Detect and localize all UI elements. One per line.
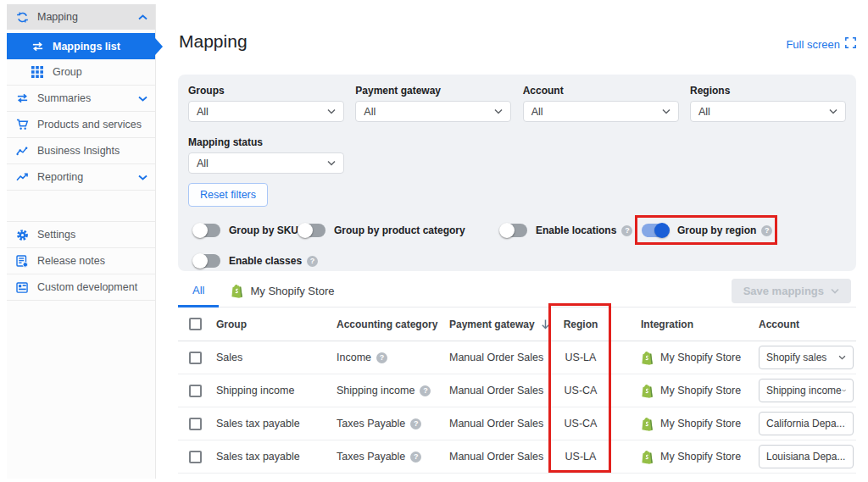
toggle-switch[interactable] <box>193 254 220 268</box>
cell-integration: My Shopify Store <box>660 352 741 363</box>
help-icon[interactable]: ? <box>761 225 772 236</box>
toggle-switch[interactable] <box>642 224 669 237</box>
mapping-status-filter-value: All <box>197 158 209 169</box>
save-mappings-button[interactable]: Save mappings <box>732 279 851 303</box>
cart-icon <box>15 118 29 131</box>
trend-line-icon <box>15 170 29 184</box>
cell-integration: My Shopify Store <box>660 451 741 463</box>
chevron-down-icon <box>327 160 336 166</box>
sidebar-item-label: Release notes <box>37 255 148 267</box>
cell-group: Sales tax payable <box>212 418 326 429</box>
swap-arrows-icon <box>15 91 29 105</box>
sidebar-item-products-and-services[interactable]: Products and services <box>7 112 155 138</box>
toggle-switch[interactable] <box>298 224 326 237</box>
fullscreen-icon <box>845 37 856 51</box>
insights-chart-icon <box>15 144 29 158</box>
cell-accounting-category: Taxes Payable <box>337 451 405 463</box>
regions-filter-select[interactable]: All <box>690 101 846 122</box>
chevron-down-icon <box>327 108 336 114</box>
sidebar-item-reporting[interactable]: Reporting <box>7 164 155 191</box>
row-checkbox[interactable] <box>189 385 202 397</box>
app-window: Mapping Mappings list Gr <box>0 0 868 482</box>
toggle-group-by-sku: Group by SKU <box>193 224 298 237</box>
column-header-region[interactable]: Region <box>551 319 610 330</box>
account-filter-select[interactable]: All <box>523 101 679 122</box>
column-header-payment-gateway[interactable]: Payment gateway <box>441 319 551 330</box>
chevron-down-icon <box>831 288 839 294</box>
payment-gateway-filter-label: Payment gateway <box>355 85 511 97</box>
account-select[interactable]: Shipping income <box>759 379 854 402</box>
fullscreen-button[interactable]: Full screen <box>786 37 856 51</box>
layout-window-icon <box>15 280 29 294</box>
toggle-label: Group by SKU <box>229 224 298 236</box>
chevron-down-icon <box>494 108 503 114</box>
sidebar-item-group[interactable]: Group <box>7 59 155 86</box>
groups-filter-select[interactable]: All <box>188 101 344 122</box>
toggle-switch[interactable] <box>500 224 527 237</box>
cell-accounting-category: Shipping income <box>337 385 415 396</box>
mappings-table: All My Shopify Store Save mappings Group… <box>178 275 856 474</box>
help-icon[interactable]: ? <box>307 256 318 267</box>
groups-filter-value: All <box>197 106 209 118</box>
chevron-down-icon <box>829 108 837 114</box>
table-tabs: All My Shopify Store Save mappings <box>178 275 856 307</box>
cell-region: US-CA <box>551 385 610 396</box>
column-header-integration[interactable]: Integration <box>610 319 746 330</box>
column-header-account[interactable]: Account <box>746 319 856 330</box>
cell-payment-gateway: Manual Order Sales <box>441 418 551 429</box>
row-checkbox[interactable] <box>189 418 202 430</box>
cell-group: Sales <box>212 352 326 363</box>
toggle-group-by-region: Group by region ? <box>642 224 772 237</box>
chevron-down-icon <box>845 454 846 459</box>
sidebar-item-mappings-list[interactable]: Mappings list <box>7 33 155 59</box>
column-header-accounting-category[interactable]: Accounting category <box>326 319 441 330</box>
document-icon <box>15 254 29 268</box>
sort-desc-icon <box>540 319 551 330</box>
cell-region: US-CA <box>551 418 610 429</box>
row-checkbox[interactable] <box>189 352 202 364</box>
account-filter-value: All <box>531 106 543 118</box>
account-select[interactable]: California Depa... <box>759 412 854 435</box>
cell-region: US-LA <box>551 451 610 463</box>
sidebar-item-label: Reporting <box>37 171 130 183</box>
payment-gateway-filter-select[interactable]: All <box>355 101 511 122</box>
sidebar-item-mapping[interactable]: Mapping <box>7 4 155 30</box>
sidebar-item-summaries[interactable]: Summaries <box>7 86 155 112</box>
sidebar-item-label: Mappings list <box>53 41 148 53</box>
shopify-icon <box>231 284 243 298</box>
help-icon[interactable]: ? <box>621 225 632 236</box>
toggle-switch[interactable] <box>193 224 220 237</box>
account-select[interactable]: Louisiana Depa... <box>759 445 854 468</box>
sidebar-item-custom-development[interactable]: Custom development <box>7 274 155 301</box>
help-icon[interactable]: ? <box>410 452 421 463</box>
chevron-up-icon <box>138 12 148 22</box>
account-select[interactable]: Shopify sales <box>759 346 854 369</box>
cell-payment-gateway: Manual Order Sales <box>441 385 551 396</box>
toggle-group-by-product-category: Group by product category <box>298 224 500 237</box>
chevron-down-icon <box>138 93 148 103</box>
row-checkbox[interactable] <box>189 451 202 463</box>
sidebar-item-business-insights[interactable]: Business Insights <box>7 138 155 164</box>
sidebar-spacer <box>7 191 155 222</box>
shopify-icon <box>641 450 654 464</box>
help-icon[interactable]: ? <box>410 418 421 429</box>
help-icon[interactable]: ? <box>376 352 387 363</box>
reset-filters-button[interactable]: Reset filters <box>188 183 268 207</box>
sidebar-item-settings[interactable]: Settings <box>7 222 155 248</box>
regions-filter-value: All <box>698 106 710 118</box>
mapping-status-filter-select[interactable]: All <box>188 152 344 174</box>
column-header-label: Payment gateway <box>449 319 535 330</box>
tab-all[interactable]: All <box>178 275 219 307</box>
cell-integration: My Shopify Store <box>660 385 741 396</box>
cell-group: Sales tax payable <box>212 451 326 463</box>
tab-my-shopify-store[interactable]: My Shopify Store <box>219 275 346 307</box>
sidebar-item-release-notes[interactable]: Release notes <box>7 248 155 274</box>
sidebar-item-label: Settings <box>37 229 148 241</box>
account-select-value: California Depa... <box>766 418 845 429</box>
select-all-checkbox[interactable] <box>189 318 202 330</box>
toggle-enable-classes: Enable classes ? <box>193 254 318 268</box>
column-header-group[interactable]: Group <box>212 319 326 330</box>
sidebar-item-label: Business Insights <box>37 145 148 157</box>
swap-arrows-icon <box>31 40 44 53</box>
help-icon[interactable]: ? <box>420 385 431 396</box>
